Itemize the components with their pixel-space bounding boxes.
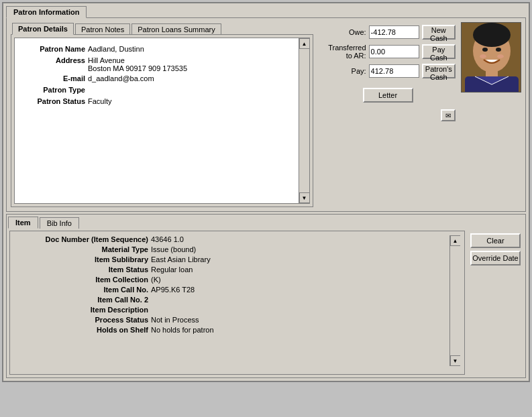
svg-point-2 (473, 23, 511, 47)
holds-value: No holds for patron (151, 326, 214, 334)
patron-status-value: Faculty (88, 97, 111, 105)
call-no-row: Item Call No. AP95.K6 T28 (14, 286, 447, 294)
process-status-value: Not in Process (151, 316, 199, 324)
patron-email-row: E-mail d_aadland@ba.com (21, 74, 296, 82)
owe-label: Owe: (320, 28, 366, 36)
doc-number-value: 43646 1.0 (151, 235, 184, 243)
patron-photo-svg (462, 23, 521, 93)
letter-row: Letter (320, 88, 456, 103)
owe-input[interactable] (369, 25, 419, 39)
sublibrary-value: East Asian Library (151, 255, 211, 263)
doc-number-row: Doc Number (Item Sequence) 43646 1.0 (14, 235, 447, 243)
svg-point-4 (496, 48, 501, 52)
pay-row: Pay: Patron's Cash (320, 64, 456, 78)
clear-button[interactable]: Clear (470, 233, 521, 248)
transferred-row: Transferred to AR: Pay Cash (320, 44, 456, 60)
holds-row: Holds on Shelf No holds for patron (14, 326, 447, 334)
patron-address-value: Hill Avenue Boston MA 90917 909 173535 (88, 56, 187, 72)
item-collection-row: Item Collection (K) (14, 276, 447, 284)
scrollbar-v[interactable]: ▲ ▼ (299, 38, 309, 203)
process-status-label: Process Status (14, 316, 148, 324)
outer-tab-strip: Patron Information (3, 3, 529, 17)
lower-content: Doc Number (Item Sequence) 43646 1.0 Mat… (7, 228, 525, 377)
patron-name-row: Patron Name Aadland, Dustinn (21, 45, 296, 53)
transferred-input[interactable] (369, 45, 419, 58)
item-details-area: Doc Number (Item Sequence) 43646 1.0 Mat… (9, 231, 465, 375)
doc-number-label: Doc Number (Item Sequence) (14, 235, 148, 243)
transferred-label: Transferred to AR: (320, 44, 366, 60)
sublibrary-label: Item Sublibrary (14, 255, 148, 263)
material-type-label: Material Type (14, 245, 148, 253)
svg-point-3 (482, 48, 488, 52)
material-type-value: Issue (bound) (151, 245, 196, 253)
patron-type-row: Patron Type (21, 86, 296, 94)
patron-address-row: Address Hill Avenue Boston MA 90917 909 … (21, 56, 296, 72)
item-status-label: Item Status (14, 265, 148, 274)
patron-email-value: d_aadland@ba.com (88, 74, 154, 82)
material-type-row: Material Type Issue (bound) (14, 245, 447, 253)
new-cash-button[interactable]: New Cash (422, 25, 456, 40)
tab-patron-details[interactable]: Patron Details (12, 23, 74, 35)
patron-scrollable: Patron Name Aadland, Dustinn Address Hil… (14, 38, 310, 204)
patron-status-row: Patron Status Faculty (21, 97, 296, 105)
item-collection-value: (K) (151, 276, 161, 284)
scroll-down-btn[interactable]: ▼ (299, 192, 310, 203)
item-scrollable: Doc Number (Item Sequence) 43646 1.0 Mat… (14, 235, 460, 366)
item-scrollbar-v[interactable]: ▲ ▼ (449, 235, 460, 366)
call-no-value: AP95.K6 T28 (151, 286, 195, 294)
email-icon-row: ✉ (320, 109, 456, 121)
item-scroll-down-btn[interactable]: ▼ (450, 355, 461, 366)
holds-label: Holds on Shelf (14, 326, 148, 334)
scroll-up-btn[interactable]: ▲ (299, 38, 310, 49)
pay-cash-button[interactable]: Pay Cash (422, 44, 456, 59)
letter-button[interactable]: Letter (363, 88, 413, 103)
patron-name-label: Patron Name (21, 45, 85, 53)
process-status-row: Process Status Not in Process (14, 316, 447, 324)
patron-panel: Patron Details Patron Notes Patron Loans… (11, 22, 313, 207)
sublibrary-row: Item Sublibrary East Asian Library (14, 255, 447, 263)
outer-window: Patron Information Patron Details Patron… (2, 2, 530, 382)
call-no2-row: Item Call No. 2 (14, 296, 447, 304)
item-collection-label: Item Collection (14, 276, 148, 284)
tab-patron-loans[interactable]: Patron Loans Summary (131, 23, 221, 35)
item-status-row: Item Status Regular loan (14, 265, 447, 274)
email-icon[interactable]: ✉ (441, 109, 456, 121)
patron-email-label: E-mail (21, 74, 85, 82)
patron-address-label: Address (21, 56, 85, 64)
tab-patron-notes[interactable]: Patron Notes (75, 23, 130, 35)
call-no-label: Item Call No. (14, 286, 148, 294)
patron-photo (461, 22, 521, 93)
svg-point-7 (480, 54, 486, 58)
owe-row: Owe: New Cash (320, 25, 456, 40)
tab-bib-info[interactable]: Bib Info (40, 217, 79, 229)
override-date-button[interactable]: Override Date (470, 251, 521, 265)
item-description-label: Item Description (14, 306, 148, 314)
patron-type-label: Patron Type (21, 86, 85, 94)
tab-item[interactable]: Item (8, 217, 38, 229)
item-scroll-up-btn[interactable]: ▲ (450, 235, 461, 246)
lower-section: Item Bib Info Doc Number (Item Sequence)… (6, 214, 526, 378)
inner-tab-strip: Patron Details Patron Notes Patron Loans… (11, 22, 313, 34)
pay-input[interactable] (369, 64, 419, 78)
pay-label: Pay: (320, 67, 366, 75)
svg-point-8 (497, 54, 504, 58)
lower-tab-strip: Item Bib Info (7, 215, 525, 228)
call-no2-label: Item Call No. 2 (14, 296, 148, 304)
patron-information-tab[interactable]: Patron Information (6, 6, 87, 18)
cash-panel: Owe: New Cash Transferred to AR: Pay Cas… (317, 22, 458, 207)
patrons-cash-button[interactable]: Patron's Cash (422, 64, 456, 78)
patron-details-content: Patron Name Aadland, Dustinn Address Hil… (11, 34, 313, 207)
item-description-row: Item Description (14, 306, 447, 314)
upper-section: Patron Details Patron Notes Patron Loans… (6, 17, 526, 212)
right-panel: Owe: New Cash Transferred to AR: Pay Cas… (317, 22, 521, 207)
patron-name-value: Aadland, Dustinn (88, 45, 144, 53)
patron-status-label: Patron Status (21, 97, 85, 105)
item-status-value: Regular loan (151, 265, 193, 274)
lower-buttons: Clear Override Date (468, 231, 523, 375)
